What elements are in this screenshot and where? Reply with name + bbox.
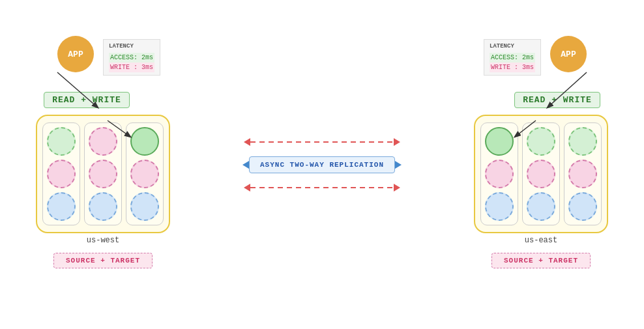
right-app-label: APP <box>561 50 576 59</box>
left-app-node: APP <box>57 36 94 72</box>
middle-arrows: ASYNC TWO-WAY REPLICATION <box>242 138 402 192</box>
right-source-target: SOURCE + TARGET <box>491 253 591 268</box>
left-db-node-2-2 <box>89 160 117 188</box>
dashed-line-top <box>250 141 394 143</box>
arrow-left-bottom <box>244 184 250 192</box>
left-app-label: APP <box>68 50 83 59</box>
arrow-right-top <box>394 138 400 146</box>
arrow-right-bottom <box>394 184 400 192</box>
right-latency-title: LATENCY <box>490 42 535 51</box>
left-db-node-2-1 <box>89 127 117 156</box>
arrow-row-middle: ASYNC TWO-WAY REPLICATION <box>242 156 402 173</box>
left-section: APP LATENCY ACCESS: 2ms WRITE : 3ms READ… <box>36 36 170 268</box>
arrow-row-bottom <box>244 184 400 192</box>
left-db-col-2 <box>84 122 122 225</box>
right-latency-access: ACCESS: 2ms <box>490 53 535 63</box>
left-latency-title: LATENCY <box>109 42 154 51</box>
left-db-node-1-2 <box>47 160 76 188</box>
left-source-target: SOURCE + TARGET <box>53 253 153 268</box>
async-label-box: ASYNC TWO-WAY REPLICATION <box>249 156 395 173</box>
left-rw-label: READ + WRITE <box>44 92 130 108</box>
right-db-node-1-2 <box>485 160 514 188</box>
left-db-node-3-3 <box>130 192 159 221</box>
right-section: LATENCY ACCESS: 2ms WRITE : 3ms APP READ… <box>474 36 608 268</box>
right-db-col-3 <box>564 122 602 225</box>
right-app-node: APP <box>550 36 587 72</box>
right-db-node-2-1 <box>527 127 555 156</box>
right-region-label: us-east <box>525 236 557 245</box>
right-db-node-1-1 <box>485 127 514 156</box>
left-db-node-3-2 <box>130 160 159 188</box>
right-latency-write: WRITE : 3ms <box>490 63 535 72</box>
right-db-node-1-3 <box>485 192 514 221</box>
left-latency-access: ACCESS: 2ms <box>109 53 154 63</box>
right-db-node-3-2 <box>568 160 597 188</box>
right-db-node-3-3 <box>568 192 597 221</box>
left-db-node-3-1 <box>130 127 159 156</box>
diagram: APP LATENCY ACCESS: 2ms WRITE : 3ms READ… <box>0 0 644 329</box>
left-latency-box: LATENCY ACCESS: 2ms WRITE : 3ms <box>103 39 160 76</box>
left-db-col-3 <box>126 122 164 225</box>
right-db-col-1 <box>480 122 518 225</box>
arrow-right-middle <box>395 161 402 169</box>
left-region-label: us-west <box>87 236 119 245</box>
right-db-node-2-3 <box>527 192 555 221</box>
left-db-col-1 <box>42 122 80 225</box>
arrow-row-top <box>244 138 400 146</box>
left-db-node-2-3 <box>89 192 117 221</box>
arrow-left-middle <box>242 161 249 169</box>
arrow-left-top <box>244 138 250 146</box>
right-db-node-2-2 <box>527 160 555 188</box>
left-db-cluster <box>36 115 170 233</box>
right-db-cluster <box>474 115 608 233</box>
right-db-node-3-1 <box>568 127 597 156</box>
right-db-col-2 <box>522 122 560 225</box>
left-db-node-1-1 <box>47 127 76 156</box>
left-db-node-1-3 <box>47 192 76 221</box>
right-rw-label: READ + WRITE <box>514 92 600 108</box>
left-latency-write: WRITE : 3ms <box>109 63 154 72</box>
dashed-line-bottom <box>250 187 394 188</box>
right-latency-box: LATENCY ACCESS: 2ms WRITE : 3ms <box>484 39 541 76</box>
